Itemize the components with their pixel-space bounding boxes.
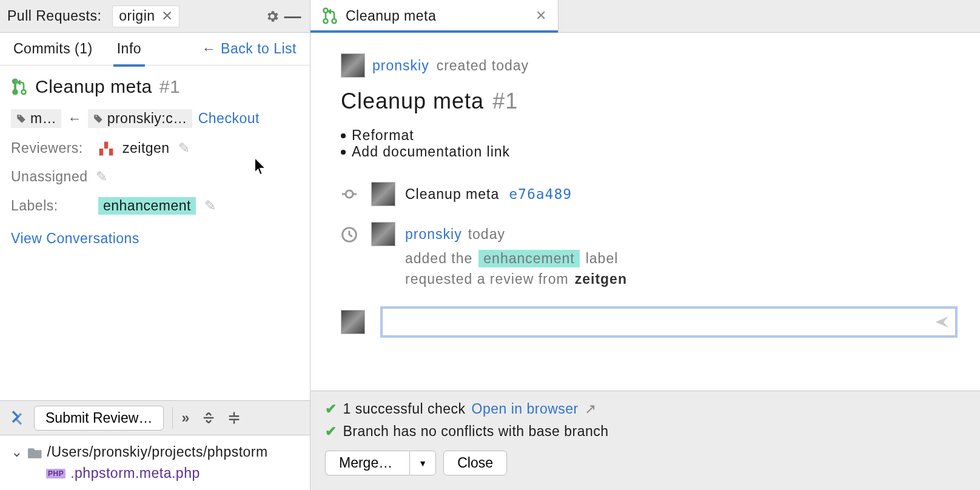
event-time: today [468,226,505,243]
timeline-commit: Cleanup meta e76a489 [341,182,956,206]
created-text: created today [437,58,529,74]
divider [172,407,173,429]
external-link-icon: ↗ [585,401,597,417]
pr-footer: ✔ 1 successful check Open in browser ↗ ✔… [310,391,980,490]
author-link[interactable]: pronskiy [372,58,429,74]
open-in-browser-link[interactable]: Open in browser [472,401,579,417]
back-to-list-link[interactable]: ← Back to List [202,41,297,57]
event-label-chip: enhancement [478,250,579,267]
svg-point-6 [324,8,328,13]
pr-title: Cleanup meta #1 [341,89,956,114]
svg-point-7 [324,19,328,23]
avatar [341,310,365,334]
pr-description: Reformat Add documentation link [341,127,956,160]
close-button[interactable]: Close [443,451,507,475]
reviewers-label: Reviewers: [11,140,90,156]
tree-file-row[interactable]: PHP .phpstorm.meta.php [11,463,299,484]
source-branch: pronskiy:c… [107,110,187,127]
expand-all-icon[interactable] [202,411,215,425]
tree-root-row[interactable]: ⌄ /Users/pronskiy/projects/phpstorm [11,441,299,463]
assignee-row: Unassigned ✎ [11,169,299,185]
svg-point-8 [332,19,337,23]
pr-meta: pronskiy created today [341,53,956,78]
pr-title-text: Cleanup meta [341,89,484,114]
bullet-icon [341,150,346,155]
commit-message: Cleanup meta [405,186,499,203]
pull-requests-header: Pull Requests: origin ✕ — [0,0,310,33]
bullet-2: Add documentation link [352,144,510,160]
checkout-link[interactable]: Checkout [198,110,260,127]
review-toolbar: Submit Review… » [0,400,310,435]
tree-root-path: /Users/pronskiy/projects/phpstorm [47,444,268,460]
event-review-user: zeitgen [575,271,627,287]
check-text: 1 successful check [343,401,466,417]
merge-button[interactable]: Merge… [325,451,409,475]
merge-split-button[interactable]: Merge… ▼ [325,451,436,475]
folder-icon [28,446,42,458]
arrow-left-icon: ← [202,41,216,57]
target-branch: m… [30,110,56,127]
pr-tabs: Commits (1) Info ← Back to List [0,33,310,65]
avatar [371,182,395,206]
remote-chip[interactable]: origin ✕ [112,5,180,27]
timeline: Cleanup meta e76a489 pronskiy today [341,182,956,287]
header-title: Pull Requests: [7,8,101,24]
comment-input[interactable] [382,308,956,336]
svg-rect-3 [104,141,109,148]
pull-request-icon [11,78,28,95]
close-icon[interactable]: ✕ [535,8,547,24]
avatar [341,53,365,78]
pr-number: #1 [159,76,180,97]
event-added-pre: added the [405,250,472,267]
editor-tab[interactable]: Cleanup meta ✕ [310,0,559,32]
source-branch-chip[interactable]: pronskiy:c… [88,109,192,128]
comment-row [341,308,956,336]
more-icon[interactable]: » [181,410,189,426]
tab-commits[interactable]: Commits (1) [13,41,93,57]
tab-title: Cleanup meta [346,8,436,24]
pr-title-text: Cleanup meta [35,76,152,97]
back-label: Back to List [221,41,297,57]
event-added-post: label [586,250,619,267]
branch-status-text: Branch has no conflicts with base branch [343,423,609,440]
merge-dropdown-caret[interactable]: ▼ [409,451,436,475]
svg-rect-5 [109,149,113,155]
pull-request-icon [321,7,338,24]
tag-icon [93,113,104,124]
check-icon: ✔ [325,423,337,440]
chevron-down-icon[interactable]: ⌄ [11,444,23,460]
minimize-icon[interactable]: — [282,4,304,29]
commit-hash-link[interactable]: e76a489 [509,186,572,202]
pencil-icon[interactable]: ✎ [178,140,190,156]
label-chip[interactable]: enhancement [98,197,196,215]
arrow-left-icon: ← [67,110,82,127]
assignee-value: Unassigned [11,169,87,185]
svg-point-2 [22,90,26,94]
gear-icon[interactable] [263,7,282,26]
view-conversations-link[interactable]: View Conversations [11,230,299,247]
commit-icon [341,187,358,201]
bullet-icon [341,133,346,138]
svg-rect-4 [99,149,104,155]
branch-row: m… ← pronskiy:c… Checkout [11,109,299,128]
editor-tabbar: Cleanup meta ✕ [310,0,980,33]
labels-label: Labels: [11,198,90,214]
file-name: .phpstorm.meta.php [70,465,200,482]
collapse-all-icon[interactable] [227,411,241,425]
bullet-1: Reformat [352,127,414,144]
reviewer-name: zeitgen [122,140,170,156]
pencil-icon[interactable]: ✎ [96,169,108,185]
tab-info[interactable]: Info [117,41,141,57]
avatar [371,222,395,246]
timeline-event: pronskiy today added the enhancement lab… [341,222,956,287]
pencil-icon[interactable]: ✎ [204,198,216,214]
submit-review-button[interactable]: Submit Review… [34,406,164,431]
pr-title: Cleanup meta #1 [11,76,299,97]
close-icon[interactable]: ✕ [161,8,173,24]
target-branch-chip[interactable]: m… [11,109,61,128]
send-icon[interactable] [935,315,949,329]
diff-icon[interactable] [8,409,25,426]
php-file-icon: PHP [46,469,65,478]
event-review-pre: requested a review from [405,271,569,287]
event-user-link[interactable]: pronskiy [405,226,462,243]
